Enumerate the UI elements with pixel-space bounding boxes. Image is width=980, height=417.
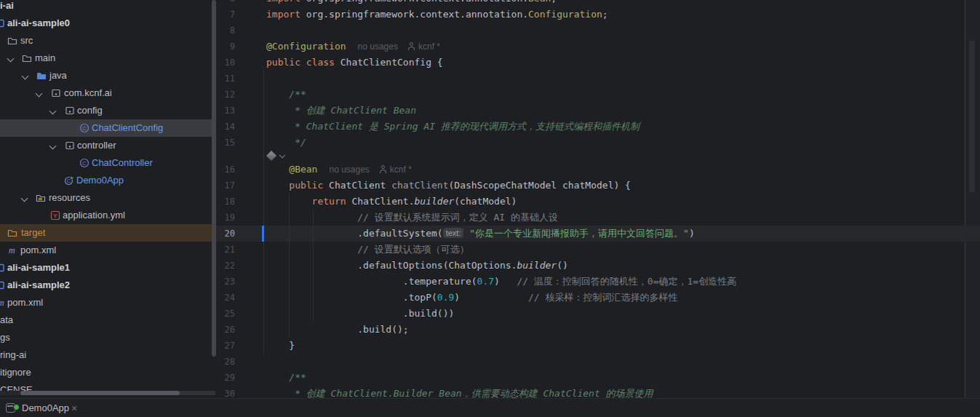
usages-inlay-hint[interactable]: no usages — [358, 41, 398, 52]
line-number[interactable]: 30 — [216, 386, 235, 398]
usages-inlay-hint[interactable]: no usages — [329, 164, 369, 175]
tree-item-chatclientconfig[interactable]: CChatClientConfig — [0, 119, 216, 137]
chevron-down-icon[interactable] — [49, 108, 57, 115]
code-line-12[interactable]: 12 /** — [216, 87, 980, 103]
tree-item-ali-ai-sample2[interactable]: ali-ai-sample2 — [0, 277, 216, 294]
code-line-22[interactable]: 22 .defaultOptions(ChatOptions.builder() — [216, 258, 980, 274]
chevron-down-icon[interactable] — [49, 143, 57, 150]
line-number[interactable]: 7 — [216, 7, 235, 23]
code-text: * 创建 ChatClient Bean — [266, 103, 416, 119]
code-line-16[interactable]: 16 @Beanno usageskcnf * — [216, 162, 980, 178]
tree-item-ata[interactable]: ata — [0, 311, 216, 329]
tree-item-target[interactable]: target — [0, 224, 216, 242]
code-line-21[interactable]: 21 // 设置默认选项（可选） — [216, 242, 980, 258]
tree-item-ring-ai[interactable]: ring-ai — [0, 346, 216, 364]
line-number[interactable]: 14 — [216, 119, 235, 135]
author-inlay-hint[interactable]: kcnf * — [390, 164, 412, 175]
tree-item-src[interactable]: src — [0, 32, 216, 49]
project-tree-panel[interactable]: i-aiali-ai-sample0srcmainjavacom.kcnf.ai… — [0, 0, 216, 398]
chevron-down-icon[interactable] — [279, 152, 285, 158]
tree-item-application-yml[interactable]: Yapplication.yml — [0, 207, 216, 224]
line-number[interactable]: 15 — [216, 135, 235, 151]
code-line-8[interactable]: 8 — [216, 23, 980, 39]
code-line-9[interactable]: 9@Configurationno usageskcnf * — [216, 39, 980, 55]
token: public class — [266, 57, 335, 68]
code-line-25[interactable]: 25 .build()) — [216, 306, 980, 322]
code-line-27[interactable]: 27 } — [216, 338, 980, 354]
chevron-down-icon[interactable] — [7, 55, 15, 63]
tree-item-cense[interactable]: CENSE — [0, 381, 216, 398]
code-line-15[interactable]: 15 */ — [216, 135, 980, 151]
code-line-20[interactable]: 20 .defaultSystem(text: "你是一个专业新闻播报助手，请用… — [216, 226, 980, 242]
line-number[interactable]: 24 — [216, 290, 235, 306]
token: Bean — [528, 0, 551, 4]
code-line-7[interactable]: 7import org.springframework.context.anno… — [216, 7, 980, 23]
tree-item-ali-ai-sample0[interactable]: ali-ai-sample0 — [0, 15, 216, 32]
code-line-23[interactable]: 23 .temperature(0.7) // 温度：控制回答的随机性，0=确定… — [216, 274, 980, 290]
tree-item-pom-xml[interactable]: mpom.xml — [0, 242, 216, 259]
line-number[interactable]: 28 — [216, 354, 235, 370]
line-number[interactable]: 17 — [216, 178, 235, 194]
line-number[interactable]: 25 — [216, 306, 235, 322]
line-number[interactable]: 21 — [216, 242, 235, 258]
code-line-24[interactable]: 24 .topP(0.9) // 核采样：控制词汇选择的多样性 — [216, 290, 980, 306]
tree-item-pom-xml[interactable]: mpom.xml — [0, 294, 216, 311]
tree-item-gs[interactable]: gs — [0, 329, 216, 346]
line-number[interactable]: 9 — [216, 39, 235, 55]
line-number[interactable]: 6 — [216, 0, 235, 7]
code-line-13[interactable]: 13 * 创建 ChatClient Bean — [216, 103, 980, 119]
line-number[interactable]: 19 — [216, 210, 235, 226]
code-editor[interactable]: 6import org.springframework.context.anno… — [216, 0, 980, 398]
chevron-down-icon[interactable] — [36, 90, 43, 98]
code-text: .defaultSystem(text: "你是一个专业新闻播报助手，请用中文回… — [266, 226, 695, 242]
run-tab-label[interactable]: Demo0App — [22, 401, 69, 416]
line-number[interactable]: 18 — [216, 194, 235, 210]
tree-item-resources[interactable]: resources — [0, 189, 216, 207]
tree-item-main[interactable]: main — [0, 49, 216, 67]
code-line-10[interactable]: 10public class ChatClientConfig { — [216, 55, 980, 71]
ide-window: i-aiali-ai-sample0srcmainjavacom.kcnf.ai… — [0, 0, 980, 417]
line-number[interactable]: 10 — [216, 55, 235, 71]
token: ; — [602, 9, 608, 20]
author-inlay-hint[interactable]: kcnf * — [418, 41, 440, 52]
chevron-down-icon[interactable] — [21, 195, 28, 202]
line-number[interactable]: 20 — [216, 226, 235, 242]
chevron-down-icon[interactable] — [22, 73, 29, 80]
code-line-11[interactable]: 11 — [216, 71, 980, 87]
line-number[interactable]: 12 — [216, 87, 235, 103]
tree-item-chatcontroller[interactable]: CChatController — [0, 154, 216, 172]
bottom-tool-window-bar: Demo0App × — [0, 398, 980, 417]
tree-item-config[interactable]: config — [0, 102, 216, 119]
code-line-17[interactable]: 17 public ChatClient chatClient(DashScop… — [216, 178, 980, 194]
code-line-6[interactable]: 6import org.springframework.context.anno… — [216, 0, 980, 7]
line-number[interactable]: 27 — [216, 338, 235, 354]
ai-assistant-inlay[interactable] — [266, 151, 284, 162]
tree-item-ali-ai-sample1[interactable]: ali-ai-sample1 — [0, 259, 216, 277]
tree-item-itignore[interactable]: itignore — [0, 364, 216, 381]
tree-item-controller[interactable]: controller — [0, 137, 216, 154]
tree-item-demo0app[interactable]: CDemo0App — [0, 172, 216, 189]
line-number[interactable]: 29 — [216, 370, 235, 386]
code-line-19[interactable]: 19 // 设置默认系统提示词，定义 AI 的基础人设 — [216, 210, 980, 226]
code-line-18[interactable]: 18 return ChatClient.builder(chatModel) — [216, 194, 980, 210]
close-icon[interactable]: × — [71, 401, 77, 416]
line-number[interactable]: 8 — [216, 23, 235, 39]
line-number[interactable]: 23 — [216, 274, 235, 290]
code-line-26[interactable]: 26 .build(); — [216, 322, 980, 338]
tree-item-com-kcnf-ai[interactable]: com.kcnf.ai — [0, 84, 216, 102]
tree-item-label: Demo0App — [76, 172, 124, 189]
line-number[interactable]: 11 — [216, 71, 235, 87]
line-number[interactable]: 26 — [216, 322, 235, 338]
code-line-28[interactable]: 28 — [216, 354, 980, 370]
line-number[interactable]: 13 — [216, 103, 235, 119]
tree-item-i-ai[interactable]: i-ai — [0, 0, 216, 15]
code-line-14[interactable]: 14 * ChatClient 是 Spring AI 推荐的现代调用方式，支持… — [216, 119, 980, 135]
code-line-30[interactable]: 30 * 创建 ChatClient.Builder Bean，供需要动态构建 … — [216, 386, 980, 398]
tree-item-label: resources — [49, 189, 90, 207]
ai-assistant-icon[interactable] — [266, 151, 276, 161]
code-line-29[interactable]: 29 /** — [216, 370, 980, 386]
tree-horizontal-scrollbar[interactable] — [20, 391, 180, 395]
tree-item-java[interactable]: java — [0, 67, 216, 84]
line-number[interactable]: 16 — [216, 162, 235, 178]
line-number[interactable]: 22 — [216, 258, 235, 274]
